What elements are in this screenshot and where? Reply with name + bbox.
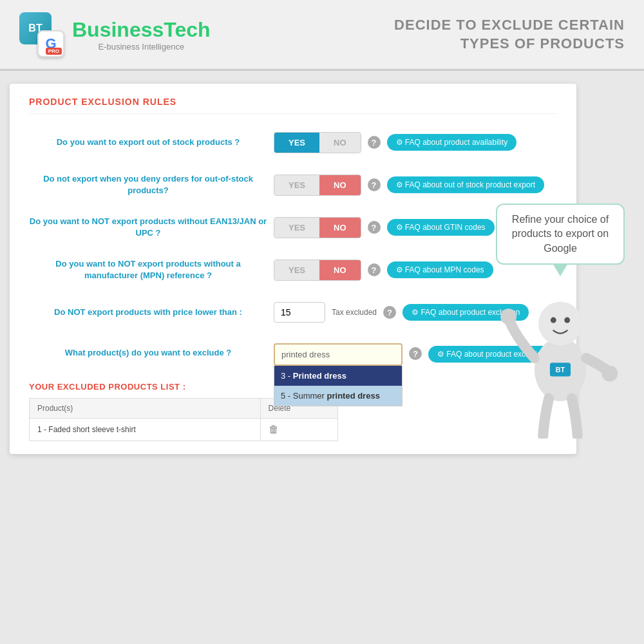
price-input[interactable] (274, 302, 325, 323)
svg-point-4 (500, 308, 516, 325)
brand-name: BusinessTech E-business Intelligence (72, 18, 211, 52)
faq-link-4[interactable]: ⚙ FAQ about MPN codes (387, 261, 493, 278)
delete-icon[interactable]: 🗑 (269, 424, 279, 435)
no-btn-1[interactable]: NO (319, 133, 361, 153)
faq-link-1[interactable]: ⚙ FAQ about product availability (387, 134, 517, 151)
brand-sub: E-business Intelligence (72, 42, 211, 52)
svg-point-3 (564, 317, 570, 323)
row-mpn: Do you want to NOT export products witho… (29, 254, 557, 285)
dropdown-container: 3 - Printed dress 5 - Summer printed dre… (274, 343, 402, 366)
product-name-cell: 1 - Faded short sleeve t-shirt (30, 419, 261, 441)
help-icon-4[interactable]: ? (368, 263, 381, 276)
help-icon-1[interactable]: ? (368, 136, 381, 149)
toggle-mpn: YES NO (274, 260, 361, 281)
g-badge: G PRO (37, 30, 64, 57)
label-deny-orders: Do not export when you deny orders for o… (29, 173, 274, 196)
delete-cell: 🗑 (260, 419, 337, 441)
row-deny-orders: Do not export when you deny orders for o… (29, 169, 557, 200)
label-exclude-products: What product(s) do you want to exclude ? (29, 343, 274, 359)
brand-main: BusinessTech (72, 18, 211, 42)
dropdown-item-1[interactable]: 3 - Printed dress (274, 366, 402, 386)
dropdown-list: 3 - Printed dress 5 - Summer printed dre… (274, 366, 402, 406)
logo-icon: BT G PRO (19, 12, 64, 57)
settings-card: PRODUCT EXCLUSION RULES Do you want to e… (10, 84, 576, 454)
toggle-out-of-stock: YES NO (274, 132, 361, 153)
row-exclude-products: What product(s) do you want to exclude ?… (29, 339, 557, 370)
help-icon-6[interactable]: ? (409, 347, 422, 360)
svg-text:BT: BT (556, 366, 565, 374)
table-row: 1 - Faded short sleeve t-shirt 🗑 (30, 419, 338, 441)
row-price: Do NOT export products with price lower … (29, 297, 557, 328)
mascot-bubble: Refine your choice of products to export… (496, 204, 625, 265)
label-out-of-stock: Do you want to export out of stock produ… (29, 137, 274, 148)
col-header-products: Product(s) (30, 399, 261, 419)
card-title: PRODUCT EXCLUSION RULES (29, 97, 557, 114)
pro-badge: PRO (46, 48, 62, 55)
row-ean13: Do you want to NOT export products witho… (29, 212, 557, 243)
svg-point-2 (551, 317, 556, 323)
dropdown-item-2[interactable]: 5 - Summer printed dress (274, 386, 402, 406)
label-ean13: Do you want to NOT export products witho… (29, 216, 274, 239)
help-icon-3[interactable]: ? (368, 221, 381, 234)
no-btn-2[interactable]: NO (319, 175, 361, 195)
no-btn-3[interactable]: NO (319, 218, 361, 238)
svg-point-1 (538, 302, 582, 346)
logo-area: BT G PRO BusinessTech E-business Intelli… (19, 12, 211, 57)
toggle-deny-orders: YES NO (274, 175, 361, 196)
label-mpn: Do you want to NOT export products witho… (29, 258, 274, 281)
page-title: DECIDE TO EXCLUDE CERTAIN TYPES OF PRODU… (394, 16, 625, 53)
yes-btn-1[interactable]: YES (274, 133, 319, 153)
faq-link-2[interactable]: ⚙ FAQ about out of stock product export (387, 176, 544, 193)
yes-btn-2[interactable]: YES (274, 175, 319, 195)
help-icon-2[interactable]: ? (368, 178, 381, 191)
product-search-input[interactable] (274, 343, 402, 366)
yes-btn-3[interactable]: YES (274, 218, 319, 238)
help-icon-5[interactable]: ? (383, 306, 396, 319)
toggle-ean13: YES NO (274, 217, 361, 238)
page-header: BT G PRO BusinessTech E-business Intelli… (0, 0, 644, 71)
yes-btn-4[interactable]: YES (274, 260, 319, 280)
label-price: Do NOT export products with price lower … (29, 307, 274, 318)
mascot-figure: BT (496, 278, 625, 439)
faq-link-3[interactable]: ⚙ FAQ about GTIN codes (387, 219, 495, 236)
main-content: PRODUCT EXCLUSION RULES Do you want to e… (0, 71, 644, 467)
row-out-of-stock: Do you want to export out of stock produ… (29, 127, 557, 158)
no-btn-4[interactable]: NO (319, 260, 361, 280)
tax-label: Tax excluded (332, 308, 377, 317)
controls-out-of-stock: YES NO ? ⚙ FAQ about product availabilit… (274, 132, 557, 153)
svg-point-5 (601, 366, 618, 382)
controls-deny-orders: YES NO ? ⚙ FAQ about out of stock produc… (274, 175, 557, 196)
mascot-area: Refine your choice of products to export… (496, 204, 625, 441)
